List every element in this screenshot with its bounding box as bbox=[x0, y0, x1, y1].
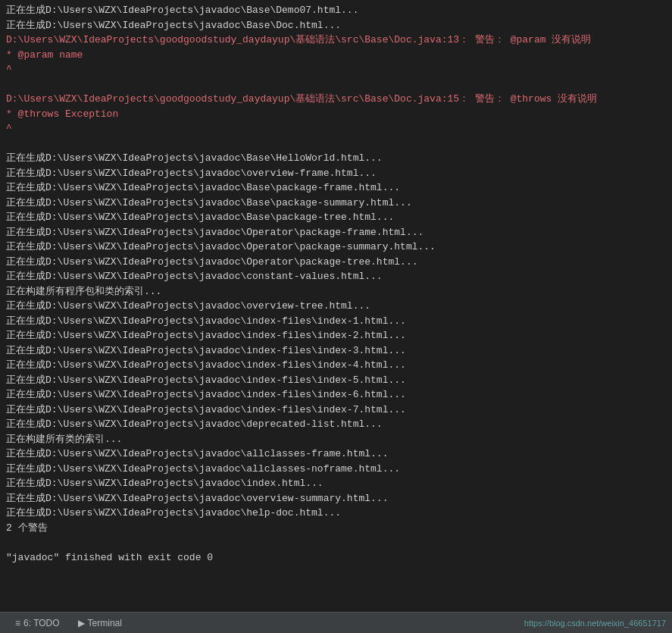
terminal-line-25: 正在生成D:\Users\WZX\IdeaProjects\javadoc\in… bbox=[6, 358, 666, 373]
terminal-line-33: 正在生成D:\Users\WZX\IdeaProjects\javadoc\in… bbox=[6, 476, 666, 491]
terminal-line-10 bbox=[6, 136, 666, 152]
right-url-info: https://blog.csdn.net/weixin_46651717 bbox=[524, 619, 666, 628]
tab-terminal-label: Terminal bbox=[88, 618, 122, 628]
bottom-bar: ≡ 6: TODO ▶ Terminal https://blog.csdn.n… bbox=[0, 612, 672, 633]
terminal-line-7: D:\Users\WZX\IdeaProjects\goodgoodstudy_… bbox=[6, 92, 666, 107]
terminal-line-34: 正在生成D:\Users\WZX\IdeaProjects\javadoc\ov… bbox=[6, 491, 666, 506]
terminal-line-8: * @throws Exception bbox=[6, 107, 666, 122]
terminal-line-17: 正在生成D:\Users\WZX\IdeaProjects\javadoc\Op… bbox=[6, 240, 666, 255]
terminal-line-12: 正在生成D:\Users\WZX\IdeaProjects\javadoc\ov… bbox=[6, 166, 666, 181]
terminal-line-38: "javadoc" finished with exit code 0 bbox=[6, 550, 666, 566]
terminal-line-22: 正在生成D:\Users\WZX\IdeaProjects\javadoc\in… bbox=[6, 314, 666, 329]
terminal-line-28: 正在生成D:\Users\WZX\IdeaProjects\javadoc\in… bbox=[6, 403, 666, 418]
terminal-icon: ▶ bbox=[78, 618, 85, 628]
terminal-line-20: 正在构建所有程序包和类的索引... bbox=[6, 284, 666, 299]
tab-todo[interactable]: ≡ 6: TODO bbox=[6, 613, 69, 633]
todo-icon: ≡ bbox=[15, 618, 20, 628]
terminal-line-29: 正在生成D:\Users\WZX\IdeaProjects\javadoc\de… bbox=[6, 417, 666, 432]
terminal-output[interactable]: 正在生成D:\Users\WZX\IdeaProjects\javadoc\Ba… bbox=[0, 0, 672, 612]
terminal-line-27: 正在生成D:\Users\WZX\IdeaProjects\javadoc\in… bbox=[6, 387, 666, 403]
terminal-line-2: 正在生成D:\Users\WZX\IdeaProjects\javadoc\Ba… bbox=[6, 18, 666, 33]
terminal-line-4: * @param name bbox=[6, 48, 666, 63]
terminal-line-5: ^ bbox=[6, 62, 666, 77]
terminal-line-3: D:\Users\WZX\IdeaProjects\goodgoodstudy_… bbox=[6, 33, 666, 48]
terminal-line-15: 正在生成D:\Users\WZX\IdeaProjects\javadoc\Ba… bbox=[6, 210, 666, 225]
terminal-line-6 bbox=[6, 77, 666, 92]
terminal-line-1: 正在生成D:\Users\WZX\IdeaProjects\javadoc\Ba… bbox=[6, 3, 666, 18]
terminal-line-21: 正在生成D:\Users\WZX\IdeaProjects\javadoc\ov… bbox=[6, 299, 666, 314]
terminal-line-32: 正在生成D:\Users\WZX\IdeaProjects\javadoc\al… bbox=[6, 462, 666, 477]
terminal-line-24: 正在生成D:\Users\WZX\IdeaProjects\javadoc\in… bbox=[6, 343, 666, 359]
terminal-line-23: 正在生成D:\Users\WZX\IdeaProjects\javadoc\in… bbox=[6, 328, 666, 343]
terminal-line-16: 正在生成D:\Users\WZX\IdeaProjects\javadoc\Op… bbox=[6, 225, 666, 240]
terminal-line-37 bbox=[6, 535, 666, 550]
terminal-line-36: 2 个警告 bbox=[6, 521, 666, 536]
terminal-line-13: 正在生成D:\Users\WZX\IdeaProjects\javadoc\Ba… bbox=[6, 180, 666, 196]
terminal-line-14: 正在生成D:\Users\WZX\IdeaProjects\javadoc\Ba… bbox=[6, 196, 666, 211]
terminal-line-31: 正在生成D:\Users\WZX\IdeaProjects\javadoc\al… bbox=[6, 447, 666, 462]
tab-terminal[interactable]: ▶ Terminal bbox=[69, 613, 131, 633]
terminal-line-26: 正在生成D:\Users\WZX\IdeaProjects\javadoc\in… bbox=[6, 373, 666, 388]
terminal-line-19: 正在生成D:\Users\WZX\IdeaProjects\javadoc\co… bbox=[6, 269, 666, 284]
tab-todo-label: 6: TODO bbox=[23, 618, 60, 628]
terminal-line-35: 正在生成D:\Users\WZX\IdeaProjects\javadoc\he… bbox=[6, 506, 666, 521]
terminal-line-9: ^ bbox=[6, 121, 666, 136]
terminal-line-30: 正在构建所有类的索引... bbox=[6, 432, 666, 447]
terminal-line-18: 正在生成D:\Users\WZX\IdeaProjects\javadoc\Op… bbox=[6, 255, 666, 270]
terminal-line-11: 正在生成D:\Users\WZX\IdeaProjects\javadoc\Ba… bbox=[6, 151, 666, 166]
